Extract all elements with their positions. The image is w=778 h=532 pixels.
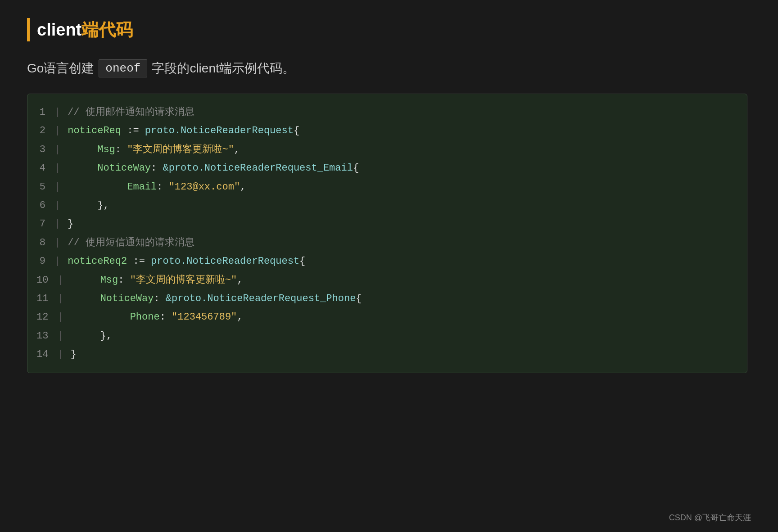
line-number: 4 xyxy=(27,159,54,177)
line-number: 3 xyxy=(27,140,54,159)
code-content: } xyxy=(68,215,747,233)
line-divider: | xyxy=(54,122,68,140)
line-number: 6 xyxy=(27,196,54,215)
line-number: 5 xyxy=(27,178,54,196)
code-content: Msg: "李文周的博客更新啦~", xyxy=(68,140,747,159)
code-line: 1|// 使用邮件通知的请求消息 xyxy=(27,103,747,122)
code-content: noticeReq := proto.NoticeReaderRequest{ xyxy=(68,122,747,140)
code-block: 1|// 使用邮件通知的请求消息2|noticeReq := proto.Not… xyxy=(27,94,747,373)
code-content: // 使用邮件通知的请求消息 xyxy=(68,103,747,122)
code-content: }, xyxy=(71,327,747,345)
line-divider: | xyxy=(54,196,68,215)
code-line: 8|// 使用短信通知的请求消息 xyxy=(27,234,747,252)
line-divider: | xyxy=(54,215,68,233)
code-content: } xyxy=(71,345,747,364)
code-line: 6| }, xyxy=(27,196,747,215)
section-title: client端代码 xyxy=(37,18,133,41)
code-line: 3| Msg: "李文周的博客更新啦~", xyxy=(27,140,747,159)
code-line: 5| Email: "123@xx.com", xyxy=(27,178,747,196)
title-bar-accent xyxy=(27,18,30,41)
line-divider: | xyxy=(57,327,70,345)
line-number: 7 xyxy=(27,215,54,233)
subtitle-before: Go语言创建 xyxy=(27,60,94,77)
line-divider: | xyxy=(57,271,70,289)
title-text-prefix: client xyxy=(37,20,81,39)
line-number: 2 xyxy=(27,122,54,140)
code-content: Msg: "李文周的博客更新啦~", xyxy=(71,271,747,289)
code-line: 12| Phone: "123456789", xyxy=(27,308,747,326)
code-content: Email: "123@xx.com", xyxy=(68,178,747,196)
code-content: NoticeWay: &proto.NoticeReaderRequest_Ph… xyxy=(71,289,747,308)
section-title-wrapper: client端代码 xyxy=(27,18,747,41)
line-number: 1 xyxy=(27,103,54,122)
code-line: 4| NoticeWay: &proto.NoticeReaderRequest… xyxy=(27,159,747,177)
code-content: Phone: "123456789", xyxy=(71,308,747,326)
code-table: 1|// 使用邮件通知的请求消息2|noticeReq := proto.Not… xyxy=(27,103,747,364)
page-container: client端代码 Go语言创建 oneof 字段的client端示例代码。 1… xyxy=(27,18,747,373)
subtitle-after: 字段的client端示例代码。 xyxy=(152,60,294,77)
title-text-highlight: 端代码 xyxy=(81,20,133,39)
code-content: // 使用短信通知的请求消息 xyxy=(68,234,747,252)
line-divider: | xyxy=(54,178,68,196)
line-divider: | xyxy=(54,234,68,252)
line-divider: | xyxy=(54,252,68,271)
code-line: 2|noticeReq := proto.NoticeReaderRequest… xyxy=(27,122,747,140)
code-content: noticeReq2 := proto.NoticeReaderRequest{ xyxy=(68,252,747,271)
footer-text: CSDN @飞哥亡命天涯 xyxy=(669,512,751,523)
line-number: 13 xyxy=(27,327,57,345)
line-number: 14 xyxy=(27,345,57,364)
line-number: 12 xyxy=(27,308,57,326)
line-number: 11 xyxy=(27,289,57,308)
line-number: 9 xyxy=(27,252,54,271)
code-line: 13| }, xyxy=(27,327,747,345)
line-number: 8 xyxy=(27,234,54,252)
code-line: 9|noticeReq2 := proto.NoticeReaderReques… xyxy=(27,252,747,271)
line-divider: | xyxy=(54,103,68,122)
line-divider: | xyxy=(57,345,70,364)
code-content: }, xyxy=(68,196,747,215)
code-content: NoticeWay: &proto.NoticeReaderRequest_Em… xyxy=(68,159,747,177)
line-divider: | xyxy=(54,159,68,177)
subtitle-line: Go语言创建 oneof 字段的client端示例代码。 xyxy=(27,59,747,77)
line-divider: | xyxy=(57,289,70,308)
code-line: 11| NoticeWay: &proto.NoticeReaderReques… xyxy=(27,289,747,308)
code-line: 14|} xyxy=(27,345,747,364)
line-divider: | xyxy=(57,308,70,326)
line-number: 10 xyxy=(27,271,57,289)
code-line: 10| Msg: "李文周的博客更新啦~", xyxy=(27,271,747,289)
code-line: 7|} xyxy=(27,215,747,233)
inline-code-oneof: oneof xyxy=(99,59,147,77)
line-divider: | xyxy=(54,140,68,159)
